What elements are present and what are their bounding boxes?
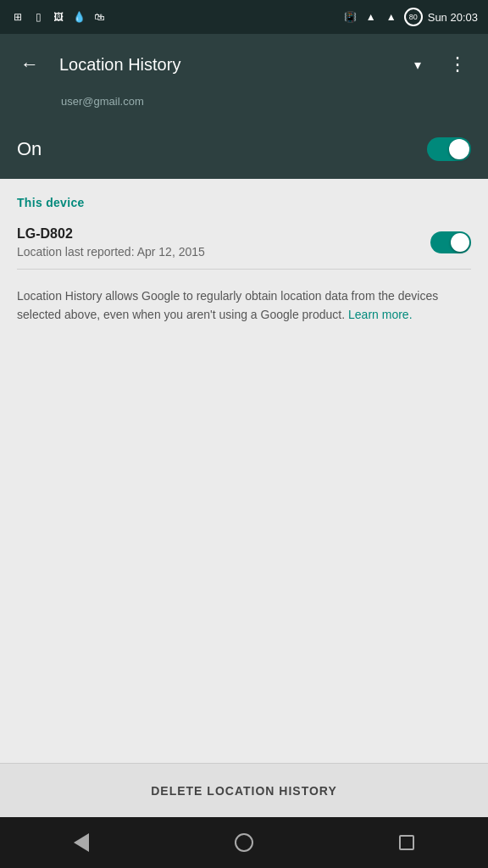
- nav-recents-button[interactable]: [390, 826, 424, 860]
- global-location-toggle[interactable]: [427, 137, 471, 161]
- nav-back-icon: [74, 833, 89, 852]
- status-icons-right: 📳 ▲ ▲ 80 Sun 20:03: [343, 8, 478, 26]
- account-row: user@gmail.com: [0, 95, 488, 120]
- wifi-icon: ▲: [363, 9, 379, 25]
- nav-recents-icon: [399, 835, 414, 850]
- delete-location-history-button[interactable]: DELETE LOCATION HISTORY: [0, 763, 488, 817]
- device-last-reported: Location last reported: Apr 12, 2015: [17, 245, 205, 259]
- status-bar: ⊞ ▯ 🖼 💧 🛍 📳 ▲ ▲ 80 Sun 20:03: [0, 0, 488, 34]
- delete-button-label: DELETE LOCATION HISTORY: [151, 784, 337, 798]
- device-info: LG-D802 Location last reported: Apr 12, …: [17, 226, 205, 259]
- battery-empty-icon: ▯: [30, 9, 46, 25]
- account-email: user@gmail.com: [61, 95, 144, 108]
- global-toggle-row: On: [0, 120, 488, 179]
- toggle-label: On: [17, 138, 42, 160]
- nav-bar: [0, 817, 488, 868]
- image-icon: 🖼: [51, 9, 66, 25]
- description-text: Location History allows Google to regula…: [0, 270, 488, 342]
- spacer: [0, 342, 488, 763]
- vibrate-icon: 📳: [343, 9, 358, 25]
- battery-level: 80: [404, 8, 423, 26]
- device-toggle-knob: [451, 233, 469, 252]
- device-row: LG-D802 Location last reported: Apr 12, …: [0, 216, 488, 269]
- learn-more-link[interactable]: Learn more.: [348, 308, 412, 321]
- nav-home-button[interactable]: [227, 826, 261, 860]
- content-area: This device LG-D802 Location last report…: [0, 179, 488, 763]
- grid-icon: ⊞: [10, 9, 25, 25]
- app-bar: ← Location History ▾ ⋮: [0, 34, 488, 95]
- device-toggle[interactable]: [430, 231, 471, 253]
- bag-icon: 🛍: [92, 9, 107, 25]
- status-icons-left: ⊞ ▯ 🖼 💧 🛍: [10, 9, 107, 25]
- dropdown-button[interactable]: ▾: [408, 50, 428, 80]
- page-title: Location History: [59, 55, 394, 75]
- section-header-this-device: This device: [0, 179, 488, 216]
- overflow-menu-button[interactable]: ⋮: [441, 47, 474, 82]
- nav-home-icon: [235, 833, 253, 852]
- status-time: Sun 20:03: [428, 11, 478, 24]
- droplet-icon: 💧: [71, 9, 86, 25]
- back-button[interactable]: ←: [14, 47, 46, 82]
- signal-icon: ▲: [384, 9, 399, 25]
- toggle-knob: [449, 139, 469, 159]
- nav-back-button[interactable]: [64, 826, 98, 860]
- device-name: LG-D802: [17, 226, 205, 242]
